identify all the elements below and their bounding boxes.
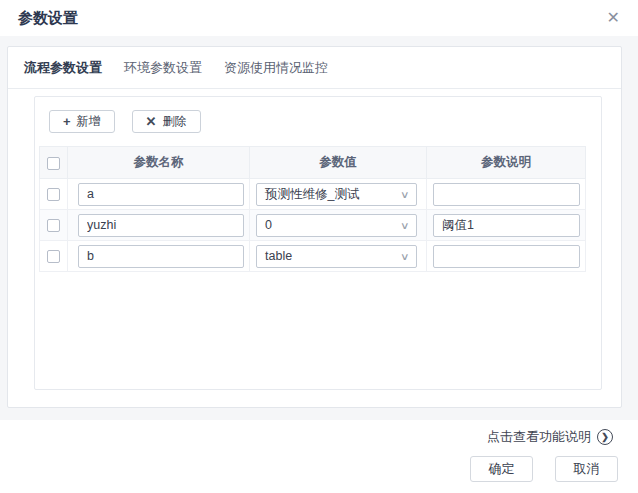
settings-panel: 流程参数设置 环境参数设置 资源使用情况监控 + 新增 ✕ 删除 xyxy=(7,46,622,408)
table-row: 预测性维修_测试 ∨ xyxy=(40,179,586,210)
delete-button-label: 删除 xyxy=(163,113,187,130)
column-header-desc: 参数说明 xyxy=(427,147,586,179)
param-name-input[interactable] xyxy=(78,183,244,206)
select-all-cell xyxy=(40,147,68,179)
add-button[interactable]: + 新增 xyxy=(49,110,115,133)
table-row: 0 ∨ xyxy=(40,210,586,241)
tab-bar: 流程参数设置 环境参数设置 资源使用情况监控 xyxy=(8,47,621,89)
help-link[interactable]: 点击查看功能说明 ❯ xyxy=(487,428,613,446)
dialog-body: 流程参数设置 环境参数设置 资源使用情况监控 + 新增 ✕ 删除 xyxy=(0,36,638,420)
param-value-selected: 0 xyxy=(265,218,272,232)
param-desc-input[interactable] xyxy=(433,183,580,206)
dialog-header: 参数设置 ✕ xyxy=(0,0,638,36)
param-desc-input[interactable] xyxy=(433,245,580,268)
chevron-down-icon: ∨ xyxy=(400,220,410,231)
cancel-button[interactable]: 取消 xyxy=(555,456,618,482)
param-name-input[interactable] xyxy=(78,245,244,268)
footer-buttons: 确定 取消 xyxy=(470,456,618,482)
parameters-table: 参数名称 参数值 参数说明 预测性维修_测试 ∨ xyxy=(39,146,586,272)
table-header-row: 参数名称 参数值 参数说明 xyxy=(40,147,586,179)
row-checkbox[interactable] xyxy=(47,219,60,232)
param-value-select[interactable]: 0 ∨ xyxy=(256,214,417,237)
table-toolbar: + 新增 ✕ 删除 xyxy=(49,110,586,133)
select-all-checkbox[interactable] xyxy=(47,157,60,170)
param-value-select[interactable]: table ∨ xyxy=(256,245,417,268)
tab-process-params[interactable]: 流程参数设置 xyxy=(24,47,102,89)
help-link-label: 点击查看功能说明 xyxy=(487,428,591,446)
add-button-label: 新增 xyxy=(77,113,101,130)
param-value-selected: table xyxy=(265,249,292,263)
table-row: table ∨ xyxy=(40,241,586,272)
param-name-input[interactable] xyxy=(78,214,244,237)
help-circle-arrow-icon: ❯ xyxy=(597,429,613,445)
tab-resource-monitor[interactable]: 资源使用情况监控 xyxy=(224,47,328,89)
parameter-settings-dialog: 参数设置 ✕ 流程参数设置 环境参数设置 资源使用情况监控 + 新增 ✕ 删除 xyxy=(0,0,638,493)
param-value-select[interactable]: 预测性维修_测试 ∨ xyxy=(256,183,417,206)
param-desc-input[interactable] xyxy=(433,214,580,237)
column-header-value: 参数值 xyxy=(250,147,427,179)
tab-environment-params[interactable]: 环境参数设置 xyxy=(124,47,202,89)
row-checkbox[interactable] xyxy=(47,250,60,263)
delete-button[interactable]: ✕ 删除 xyxy=(132,110,201,133)
dialog-footer: 点击查看功能说明 ❯ 确定 取消 xyxy=(0,420,638,493)
parameters-card: + 新增 ✕ 删除 xyxy=(34,96,602,390)
chevron-down-icon: ∨ xyxy=(400,189,410,200)
column-header-name: 参数名称 xyxy=(68,147,250,179)
ok-button[interactable]: 确定 xyxy=(470,456,533,482)
close-icon[interactable]: ✕ xyxy=(604,8,623,28)
chevron-down-icon: ∨ xyxy=(400,251,410,262)
param-value-selected: 预测性维修_测试 xyxy=(265,186,359,203)
page-title: 参数设置 xyxy=(18,9,78,28)
x-icon: ✕ xyxy=(146,115,157,128)
row-checkbox[interactable] xyxy=(47,188,60,201)
plus-icon: + xyxy=(63,115,71,128)
